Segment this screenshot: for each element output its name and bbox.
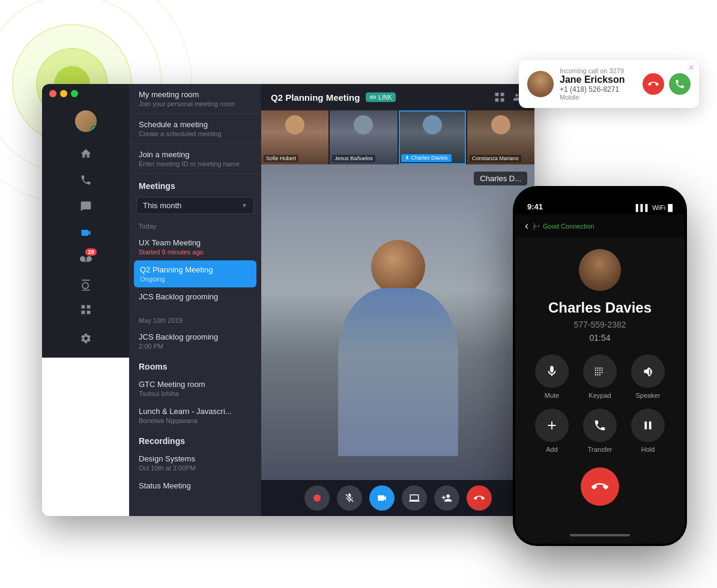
window-controls [42, 84, 129, 103]
hold-label: Hold [641, 446, 655, 453]
recordings-section-header: Recordings [129, 429, 261, 449]
battery-icon: █ [668, 204, 673, 211]
meeting-item-jcs-may[interactable]: JCS Backlog grooming 2:00 PM [129, 328, 261, 355]
meetings-filter-dropdown[interactable]: This month ▼ [136, 197, 254, 214]
record-button[interactable] [304, 485, 330, 511]
recording-design-systems[interactable]: Design Systems Oct 10th at 3:00PM [129, 449, 261, 476]
avatar[interactable] [75, 110, 97, 132]
phone-notch: 9:41 ▌▌▌ WiFi █ [515, 188, 685, 215]
thumbnail-jesus[interactable]: Jesus Bañuelos [330, 110, 397, 164]
schedule-meeting-item[interactable]: Schedule a meeting Create a scheduled me… [129, 114, 261, 144]
phone-mute-button[interactable] [535, 355, 569, 388]
home-indicator [570, 534, 630, 536]
app-window: 28 My meeting room Join your [42, 84, 534, 516]
speaker-name-overlay: Charles D... [474, 172, 527, 185]
sidebar-item-home[interactable] [74, 142, 98, 166]
mute-label: Mute [545, 392, 559, 399]
phone-screen: 9:41 ▌▌▌ WiFi █ ‹ Good Connection Charle… [515, 188, 685, 544]
plus-icon [545, 419, 558, 432]
accept-call-button[interactable] [669, 73, 691, 95]
meetings-section-header: Meetings [129, 174, 261, 194]
phone-call-body: Charles Davies 577-559-2382 01:54 Mute K… [515, 237, 685, 527]
decline-icon [648, 79, 659, 89]
left-panel: My meeting room Join your personal meeti… [129, 84, 261, 516]
video-button[interactable] [369, 485, 395, 511]
meeting-item-jcs-may-sub: 2:00 PM [139, 343, 252, 350]
sidebar-item-messages[interactable] [74, 194, 98, 218]
keypad-icon [593, 365, 607, 378]
sidebar-item-meetings[interactable] [74, 221, 98, 245]
video-title: Q2 Planning Meeting [271, 92, 360, 103]
mic-off-icon [344, 493, 355, 503]
sidebar-item-contacts[interactable] [74, 274, 98, 298]
incoming-call-actions [643, 73, 691, 95]
maximize-button[interactable] [71, 90, 78, 97]
meeting-item-q2[interactable]: Q2 Planning Meeting Ongoing [134, 260, 256, 287]
video-icon [80, 227, 92, 239]
keypad-control: Keypad [583, 355, 617, 399]
rooms-section-header: Rooms [129, 355, 261, 375]
phone-keypad-button[interactable] [583, 355, 617, 388]
meeting-item-ux[interactable]: UX Team Meeting Started 9 minutes ago [129, 233, 261, 260]
caller-name: Charles Davies [548, 299, 652, 316]
chevron-down-icon: ▼ [241, 202, 247, 209]
thumbnail-charles[interactable]: Charles Davies [399, 110, 466, 164]
meeting-item-ux-title: UX Team Meeting [139, 238, 252, 247]
end-call-button[interactable] [467, 485, 492, 511]
hold-control: Hold [631, 409, 665, 453]
caller-avatar [579, 249, 621, 291]
svg-point-0 [313, 494, 321, 502]
incoming-call-info: Incoming call on 3279 Jane Erickson +1 (… [560, 67, 637, 101]
room-item-gtc[interactable]: GTC Meeting room Tsutsui Ichiha [129, 375, 261, 402]
transfer-label: Transfer [588, 446, 613, 453]
incoming-caller-type: Mobile [560, 94, 637, 101]
incoming-call-notification: ✕ Incoming call on 3279 Jane Erickson +1… [519, 60, 699, 108]
close-button[interactable] [49, 90, 56, 97]
thumbnail-constanza[interactable]: Constanza Mariano [467, 110, 534, 164]
link-badge[interactable]: LINK [366, 92, 395, 102]
notification-close-button[interactable]: ✕ [688, 64, 694, 72]
speaker-icon [641, 365, 655, 378]
sidebar-item-calls[interactable] [74, 168, 98, 192]
room-item-lunch[interactable]: Lunch & Learn - Javascri... Bonelwa Ngqa… [129, 402, 261, 429]
phone-speaker-button[interactable] [631, 355, 665, 388]
back-button[interactable]: ‹ [525, 220, 528, 232]
main-video: Charles D... [261, 164, 534, 480]
phone-home-bar [515, 527, 685, 544]
accept-icon [674, 79, 685, 89]
meeting-item-ux-sub: Started 9 minutes ago [139, 248, 252, 256]
transfer-icon [593, 419, 607, 432]
grid-view-icon[interactable] [494, 91, 506, 103]
voicemail-badge: 28 [85, 248, 96, 256]
recording-ds-title: Design Systems [139, 454, 252, 463]
phone-add-button[interactable] [535, 409, 569, 442]
thumbnail-charles-label: Charles Davies [401, 154, 452, 162]
join-meeting-title: Join a meeting [139, 150, 252, 159]
connection-icon [533, 223, 540, 230]
minimize-button[interactable] [60, 90, 67, 97]
decline-call-button[interactable] [643, 73, 664, 95]
incoming-call-label: Incoming call on 3279 [560, 67, 637, 74]
add-participant-button[interactable] [434, 485, 459, 511]
speaker-figure [326, 240, 470, 450]
my-meeting-room-item[interactable]: My meeting room Join your personal meeti… [129, 84, 261, 114]
sidebar-item-voicemail[interactable]: 28 [74, 247, 98, 271]
screen-share-button[interactable] [402, 485, 427, 511]
meeting-item-q2-sub: Ongoing [140, 275, 250, 283]
phone-end-call-button[interactable] [581, 467, 619, 506]
recording-status-meeting[interactable]: Status Meeting [129, 476, 261, 495]
sidebar-item-grid[interactable] [74, 298, 98, 322]
schedule-meeting-subtitle: Create a scheduled meeting [139, 130, 252, 137]
screen-share-icon [409, 493, 420, 503]
phone-hold-button[interactable] [631, 409, 665, 442]
meeting-item-jcs-today[interactable]: JCS Backlog grooming [129, 287, 261, 306]
video-header: Q2 Planning Meeting LINK [261, 84, 534, 110]
hold-icon [641, 419, 655, 432]
thumbnail-sofie[interactable]: Sofie Hubert [261, 110, 328, 164]
main-video-area: Q2 Planning Meeting LINK Sofie Hubert Je… [261, 84, 534, 516]
meeting-item-jcs-may-title: JCS Backlog grooming [139, 332, 252, 341]
sidebar-item-settings[interactable] [74, 326, 98, 350]
phone-transfer-button[interactable] [583, 409, 617, 442]
join-meeting-item[interactable]: Join a meeting Enter meeting ID or meeti… [129, 144, 261, 174]
mute-button[interactable] [337, 485, 362, 511]
